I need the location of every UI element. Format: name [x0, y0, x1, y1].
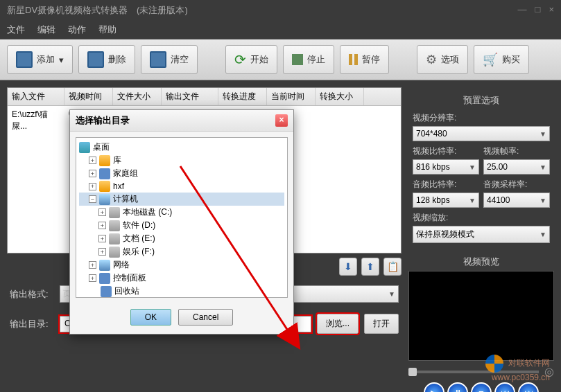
abr-label: 音频比特率:	[413, 179, 479, 190]
scale-select[interactable]: 保持原视频模式▼	[413, 226, 550, 243]
dialog-cancel-button[interactable]: Cancel	[178, 309, 233, 326]
menu-help[interactable]: 帮助	[98, 24, 116, 36]
tree-homegroup[interactable]: +家庭组	[79, 167, 284, 180]
col-output[interactable]: 输出文件	[162, 88, 218, 105]
pause-icon	[349, 54, 358, 65]
window-controls: — □ ×	[518, 4, 554, 17]
col-fsize[interactable]: 文件大小	[113, 88, 162, 105]
expand-icon[interactable]: +	[89, 157, 96, 164]
toolbar: +添加▾ –删除 ✖清空 ⟳开始 停止 暂停 ⚙选项 🛒购买	[0, 39, 561, 80]
expand-icon[interactable]: +	[98, 208, 106, 216]
tree-user[interactable]: +hxf	[79, 180, 284, 193]
right-panel: 预置选项 视频分辨率: 704*480▼ 视频比特率: 816 kbps▼ 视频…	[408, 87, 554, 392]
player-stop-button[interactable]: ■	[471, 382, 492, 392]
col-input[interactable]: 输入文件	[8, 88, 64, 105]
menu-file[interactable]: 文件	[7, 24, 25, 36]
menu-action[interactable]: 动作	[68, 24, 86, 36]
drive-icon	[109, 207, 120, 218]
expand-icon[interactable]: +	[89, 183, 96, 190]
add-button[interactable]: +添加▾	[7, 45, 73, 74]
col-ctime[interactable]: 当前时间	[267, 88, 316, 105]
stop-button[interactable]: 停止	[283, 45, 334, 74]
srate-label: 音频采样率:	[483, 179, 550, 190]
srate-select[interactable]: 44100▼	[483, 193, 550, 208]
cart-icon: 🛒	[483, 52, 498, 67]
expand-icon[interactable]: +	[89, 274, 96, 282]
slider-thumb[interactable]	[408, 368, 417, 376]
tree-drive-e[interactable]: +文档 (E:)	[79, 232, 284, 245]
output-format-label: 输出格式:	[10, 288, 54, 301]
preview-title: 视频预览	[408, 253, 554, 271]
col-progress[interactable]: 转换进度	[218, 88, 267, 105]
tree-drive-f[interactable]: +娱乐 (F:)	[79, 245, 284, 258]
abr-select[interactable]: 128 kbps▼	[413, 193, 479, 208]
recycle-icon	[101, 286, 112, 297]
control-panel-icon	[99, 273, 110, 284]
table-header: 输入文件 视频时间 文件大小 输出文件 转换进度 当前时间 转换大小	[8, 88, 401, 106]
maximize-icon[interactable]: □	[535, 4, 541, 17]
open-button[interactable]: 打开	[364, 314, 399, 334]
vbr-label: 视频比特率:	[413, 145, 479, 157]
tree-control[interactable]: +控制面板	[79, 271, 284, 285]
browse-button[interactable]: 浏览...	[317, 314, 359, 334]
player-pause-button[interactable]: ⏸	[447, 382, 468, 392]
next-button[interactable]: ⏭	[518, 382, 539, 392]
expand-icon[interactable]: +	[89, 261, 96, 269]
tree-desktop[interactable]: 桌面	[79, 141, 284, 154]
tree-drive-d[interactable]: +软件 (D:)	[79, 219, 284, 232]
col-vtime[interactable]: 视频时间	[64, 88, 113, 105]
menubar: 文件 编辑 动作 帮助	[0, 21, 561, 39]
expand-icon[interactable]: +	[98, 235, 106, 242]
dialog-close-button[interactable]: ×	[275, 114, 288, 127]
chevron-down-icon: ▼	[540, 197, 546, 204]
tree-computer[interactable]: −计算机	[79, 193, 284, 206]
drive-icon	[109, 220, 120, 231]
preview-panel: 视频预览 ◎ ▶ ⏸ ■ ⏮ ⏭	[408, 253, 554, 392]
tree-libraries[interactable]: +库	[79, 154, 284, 167]
expand-icon[interactable]: +	[98, 248, 106, 256]
refresh-icon: ⟳	[234, 51, 246, 68]
chevron-down-icon: ▼	[469, 163, 476, 171]
copy-button[interactable]: 📋	[383, 258, 402, 276]
delete-button[interactable]: –删除	[78, 45, 135, 74]
play-button[interactable]: ▶	[424, 382, 445, 392]
move-down-button[interactable]: ⬇	[339, 258, 357, 276]
cell-csize	[316, 106, 364, 135]
buy-button[interactable]: 🛒购买	[474, 45, 529, 74]
window-title: 新星DV摄像机视频格式转换器 (未注册版本)	[7, 4, 188, 17]
tree-recycle[interactable]: 回收站	[79, 285, 284, 298]
loop-icon[interactable]: ◎	[539, 365, 554, 378]
dialog-title: 选择输出目录	[76, 114, 130, 127]
film-delete-icon: –	[87, 51, 104, 68]
library-icon	[99, 155, 110, 166]
user-icon	[99, 181, 110, 192]
options-button[interactable]: ⚙选项	[417, 45, 468, 74]
start-button[interactable]: ⟳开始	[225, 45, 277, 74]
film-add-icon: +	[16, 51, 33, 68]
chevron-down-icon: ▼	[540, 163, 546, 171]
expand-icon[interactable]: +	[98, 222, 106, 229]
vbr-select[interactable]: 816 kbps▼	[413, 159, 479, 175]
tree-network[interactable]: +网络	[79, 258, 284, 271]
cell-input: E:\uzzf\猫屎...	[8, 106, 64, 135]
move-up-button[interactable]: ⬆	[361, 258, 379, 276]
col-csize[interactable]: 转换大小	[316, 88, 364, 105]
collapse-icon[interactable]: −	[89, 195, 96, 203]
menu-edit[interactable]: 编辑	[37, 24, 55, 36]
chevron-down-icon: ▼	[540, 231, 546, 238]
dialog-ok-button[interactable]: OK	[130, 309, 171, 326]
network-icon	[99, 260, 110, 271]
clear-button[interactable]: ✖清空	[141, 45, 198, 74]
expand-icon[interactable]: +	[89, 170, 96, 177]
titlebar: 新星DV摄像机视频格式转换器 (未注册版本) — □ ×	[0, 0, 561, 21]
preset-title: 预置选项	[413, 91, 550, 112]
pause-button[interactable]: 暂停	[340, 45, 389, 74]
resolution-select[interactable]: 704*480▼	[413, 126, 550, 141]
close-icon[interactable]: ×	[549, 4, 554, 17]
tree-drive-c[interactable]: +本地磁盘 (C:)	[79, 206, 284, 219]
prev-button[interactable]: ⏮	[494, 382, 515, 392]
minimize-icon[interactable]: —	[518, 4, 527, 17]
seek-slider[interactable]: ◎	[408, 361, 554, 382]
fps-select[interactable]: 25.00▼	[483, 159, 550, 175]
preview-video	[408, 271, 554, 361]
